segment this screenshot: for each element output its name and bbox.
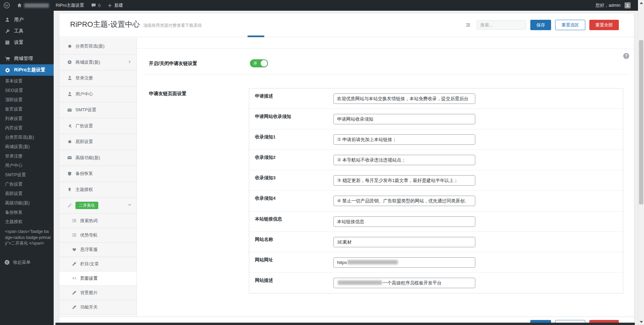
settings-menu-item-功能开关[interactable]: 功能开关 [59, 300, 137, 315]
settings-menu-item-背景图片[interactable]: 背景图片 [59, 286, 137, 300]
wp-submenu-item[interactable]: 用户中心 [0, 161, 54, 170]
field-input-申请网站收录须知[interactable]: 申请网站收录须知 [333, 114, 475, 124]
settings-menu-item-用户中心[interactable]: 用户中心 [59, 86, 137, 103]
save-button[interactable]: 保存 [530, 20, 551, 30]
settings-menu-item-商城设置(新)[interactable]: 商城设置(新) [59, 55, 137, 71]
settings-menu-item-优势导航[interactable]: 优势导航 [59, 228, 137, 243]
settings-menu-item-栏目/文章[interactable]: 栏目/文章 [59, 257, 137, 271]
wordpress-logo-icon: W [3, 2, 10, 9]
field-input-收录须知3[interactable]: ③ 稳定更新，每月至少发布1篇文章，最好是建站半年以上； [333, 175, 475, 186]
svg-text:W: W [5, 4, 8, 7]
scroll-down-arrow[interactable] [640, 321, 643, 323]
settings-menu-item-底部设置[interactable]: 底部设置 [59, 134, 137, 150]
wp-menu-item[interactable]: 工具 [0, 25, 54, 37]
wordpress-logo-icon[interactable]: W [0, 0, 13, 11]
wp-menu-item[interactable]: RiPro主题设置 [0, 64, 54, 76]
settings-menu-item-SMTP设置[interactable]: SMTP设置 [59, 102, 137, 118]
wp-submenu-item[interactable]: SEO设置 [0, 86, 54, 95]
panel-title: RiPRO主题-设置中心 [70, 19, 140, 29]
settings-menu-item-登录注册[interactable]: 登录注册 [59, 70, 137, 86]
wp-submenu-item[interactable]: 商城设置(新) [0, 142, 54, 151]
field-input-网站描述[interactable]: 一个高级程序员模板开发平台 [333, 278, 475, 288]
settings-menu-item-label: 搜索热词 [80, 218, 98, 224]
vertical-scrollbar[interactable] [638, 0, 644, 325]
help-icon[interactable] [623, 53, 629, 59]
wp-submenu-item-raw-html[interactable]: <span class="badge badge-radius badge-pr… [0, 226, 54, 249]
wp-submenu-item[interactable]: 高级功能(新) [0, 198, 54, 208]
settings-menu-item-广告设置[interactable]: 广告设置 [59, 118, 137, 134]
field-label: 收录须知3 [255, 175, 276, 181]
settings-menu-item-label: 悬浮客服 [80, 247, 98, 253]
wp-submenu-item[interactable]: 内页设置 [0, 123, 54, 133]
settings-menu-item-label: SMTP设置 [75, 107, 96, 113]
panel-header: RiPRO主题-设置中心 顶级商用资源付费查看下载系统 保存 重置选区 重置全部 [59, 13, 634, 37]
menu-toggle-button[interactable] [463, 20, 473, 30]
wp-menu-item[interactable]: 商城管理 [0, 53, 54, 64]
site-home-link[interactable] [13, 0, 52, 11]
account-menu[interactable]: 您好，admin [592, 0, 634, 11]
wp-submenu-item[interactable]: 基本设置 [0, 76, 54, 86]
wp-submenu-item[interactable]: 分类页筛选(新) [0, 133, 54, 142]
wp-menu-item[interactable]: 设置 [0, 37, 54, 48]
wp-submenu-item[interactable]: 主题授权 [0, 217, 54, 226]
wp-submenu-item[interactable]: 底部设置 [0, 189, 54, 198]
field-input-申请描述[interactable]: 欢迎优质网站与本站交换友情链接，本站免费收录，提交后需后台 [333, 93, 475, 104]
friend-link-toggle[interactable]: 开 [250, 59, 268, 67]
settings-menu-item-高级功能(新)[interactable]: 高级功能(新) [59, 150, 137, 166]
scroll-up-arrow[interactable] [640, 2, 643, 4]
settings-menu-item-label: 背景图片 [80, 290, 98, 296]
list-icon [71, 233, 77, 238]
field-label: 网站名称 [255, 237, 273, 243]
brush-icon [71, 290, 77, 295]
list-icon [71, 218, 77, 223]
brush-icon [71, 261, 77, 266]
wrench-icon [4, 28, 11, 34]
collapse-menu-button[interactable]: 收起菜单 [0, 257, 54, 267]
field-label: 网站描述 [255, 277, 273, 283]
reset-selection-button[interactable]: 重置选区 [555, 20, 585, 30]
settings-menu-item-页面设置[interactable]: 页面设置 [59, 271, 137, 286]
reset-all-button[interactable]: 重置全部 [589, 20, 619, 30]
section-label: 申请友链页面设置 [149, 91, 186, 97]
settings-menu-item-label: 登录注册 [75, 75, 93, 81]
settings-menu-item-备份恢复[interactable]: 备份恢复 [59, 166, 137, 182]
settings-menu-item-悬浮客服[interactable]: 悬浮客服 [59, 243, 137, 257]
wp-submenu-item[interactable]: 登录注册 [0, 151, 54, 161]
settings-menu-item-搜索热词[interactable]: 搜索热词 [59, 214, 137, 228]
user-icon [67, 75, 72, 81]
wp-admin-sidebar: 用户工具设置商城管理RiPro主题设置 基本设置SEO设置顶部设置首页设置列表设… [0, 11, 54, 325]
admin-bar-page-link[interactable]: RiPro主题设置 [52, 0, 88, 11]
vertical-scrollbar-thumb[interactable] [639, 40, 643, 204]
toggle-knob [261, 60, 267, 67]
field-input-本站链接信息[interactable]: 本站链接信息 [333, 216, 475, 227]
settings-menu-item-主题授权[interactable]: 主题授权 [59, 182, 137, 198]
comments-link[interactable]: 0 [88, 0, 104, 11]
wp-submenu-item[interactable]: 顶部设置 [0, 95, 54, 105]
wp-submenu-item[interactable]: 广告设置 [0, 180, 54, 189]
wp-menu-item[interactable]: 用户 [0, 14, 54, 25]
wp-submenu-item[interactable]: 首页设置 [0, 105, 54, 114]
field-row: 收录须知3③ 稳定更新，每月至少发布1篇文章，最好是建站半年以上； [249, 170, 623, 191]
field-input-网站网址[interactable]: https [333, 257, 475, 268]
horizontal-scrollbar-thumb[interactable] [55, 323, 635, 325]
wp-submenu-item[interactable]: SMTP设置 [0, 170, 54, 180]
field-input-收录须知2[interactable]: ② 本导航站不收录违法违规站点； [333, 155, 475, 165]
wp-submenu-item[interactable]: 列表设置 [0, 114, 54, 123]
field-row: 网站描述一个高级程序员模板开发平台 [249, 273, 623, 293]
settings-menu-item-label: 广告设置 [75, 123, 93, 129]
circle-icon [67, 44, 72, 49]
settings-menu-item-label: 页面设置 [80, 275, 98, 281]
wp-submenu-item[interactable]: 备份恢复 [0, 208, 54, 217]
wp-menu-item-label: 设置 [14, 40, 23, 46]
field-input-收录须知1[interactable]: ① 申请前请先加上本站链接； [333, 134, 475, 145]
field-input-收录须知4[interactable]: ④ 禁止一切产品营销、广告联盟类型的网站，优先通过同类原创、 [333, 196, 475, 206]
circle-icon [67, 139, 72, 144]
input-visible-text: 申请网站收录须知 [337, 117, 373, 122]
license-icon [67, 187, 72, 192]
field-input-网站名称[interactable]: 3E素材 [333, 237, 475, 247]
settings-menu-item-二开美化[interactable]: 二开美化 [59, 198, 137, 214]
admin-bar-left: W RiPro主题设置 0 新建 [0, 0, 126, 11]
new-content-button[interactable]: 新建 [104, 0, 126, 11]
search-input[interactable] [477, 20, 526, 30]
settings-menu-item-分类页筛选(新)[interactable]: 分类页筛选(新) [59, 39, 137, 55]
